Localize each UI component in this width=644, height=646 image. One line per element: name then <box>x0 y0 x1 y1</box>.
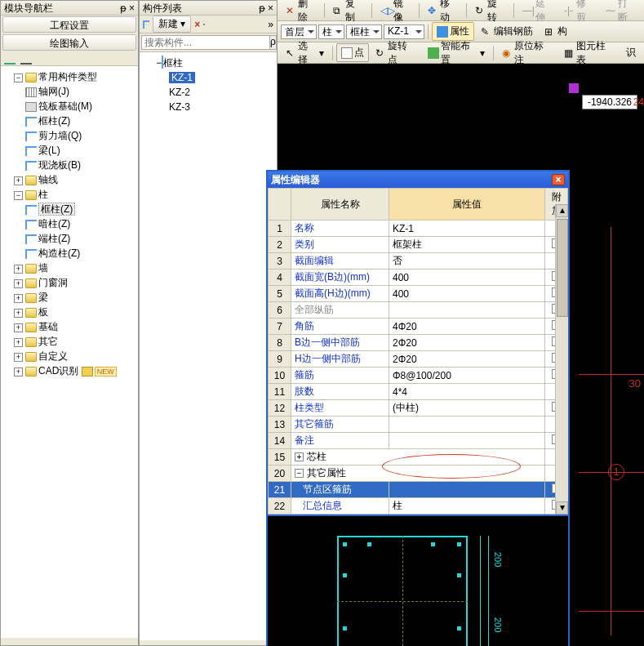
tree-item[interactable]: 暗柱(Z) <box>38 218 70 229</box>
tree-item[interactable]: 梁(L) <box>38 145 60 156</box>
tree-expander[interactable]: − <box>14 191 23 200</box>
prop-name[interactable]: 柱类型 <box>291 400 389 417</box>
prop-value[interactable]: 4Φ20 <box>389 319 545 335</box>
tree-item[interactable]: 轴网(J) <box>38 86 69 97</box>
prop-value[interactable]: 2Φ20 <box>389 351 545 368</box>
tree-expander[interactable]: + <box>14 323 23 332</box>
expand-icon[interactable]: + <box>295 452 304 461</box>
prop-value[interactable]: 框架柱 <box>389 237 545 253</box>
prop-value[interactable]: 2Φ20 <box>389 335 545 351</box>
prop-name[interactable]: 类别 <box>291 237 389 253</box>
point-button[interactable]: 点 <box>336 43 369 62</box>
tree-expander[interactable]: + <box>14 368 23 376</box>
tree-group[interactable]: 基础 <box>38 321 58 332</box>
close-icon[interactable]: × <box>268 2 273 14</box>
tree-group[interactable]: 梁 <box>38 292 48 303</box>
prop-name[interactable]: 截面编辑 <box>291 253 389 270</box>
column-icon <box>25 234 37 244</box>
prop-name[interactable]: 截面高(H边)(mm) <box>291 286 389 302</box>
prop-name[interactable]: 角筋 <box>291 319 389 335</box>
group-row[interactable]: −其它属性 <box>291 466 545 482</box>
pin-icon[interactable]: ᵽ <box>259 2 265 14</box>
tree-item[interactable]: 剪力墙(Q) <box>38 130 82 141</box>
prop-name[interactable]: 汇总信息 <box>291 498 389 515</box>
scroll-down-icon[interactable]: ▾ <box>556 501 568 515</box>
prop-value[interactable]: 4*4 <box>389 384 545 400</box>
tree-item[interactable]: 筏板基础(M) <box>38 100 92 112</box>
expand-icon[interactable] <box>4 53 16 65</box>
tab-draw-input[interactable]: 绘图输入 <box>2 34 136 51</box>
tab-project-settings[interactable]: 工程设置 <box>2 16 136 33</box>
prop-value[interactable]: Φ8@100/200 <box>389 368 545 384</box>
tree-item[interactable]: 构造柱(Z) <box>38 247 80 259</box>
prop-value[interactable] <box>389 417 545 433</box>
tree-expander[interactable]: + <box>14 338 23 347</box>
trim-icon: -|- <box>564 5 575 16</box>
filter-icon[interactable] <box>203 24 205 25</box>
tree-item[interactable]: 现浇板(B) <box>38 159 81 171</box>
prop-value[interactable]: KZ-1 <box>389 221 545 237</box>
close-icon[interactable]: × <box>129 2 135 14</box>
list-item[interactable]: KZ-2 <box>169 87 190 98</box>
tree-group[interactable]: 墙 <box>38 262 48 274</box>
tree-group[interactable]: 板 <box>38 306 48 318</box>
tree-expander[interactable]: + <box>14 294 23 303</box>
scroll-up-icon[interactable]: ▴ <box>556 204 568 217</box>
tree-group[interactable]: 轴线 <box>38 174 58 185</box>
tree-expander[interactable]: + <box>14 309 23 318</box>
prop-value[interactable]: 400 <box>389 286 545 302</box>
prop-name[interactable]: 全部纵筋 <box>291 302 389 319</box>
scroll-thumb[interactable] <box>557 219 568 317</box>
tree-group-column[interactable]: 柱 <box>38 189 48 200</box>
prop-value[interactable]: 400 <box>389 270 545 286</box>
prop-value[interactable] <box>389 482 545 498</box>
prop-value[interactable]: 否 <box>389 253 545 270</box>
prop-name[interactable]: 节点区箍筋 <box>291 482 389 498</box>
close-icon[interactable]: × <box>552 174 565 185</box>
collapse-icon[interactable]: − <box>295 469 304 478</box>
tree-expander[interactable]: + <box>14 176 23 185</box>
tree-expander[interactable]: − <box>156 57 162 69</box>
list-item[interactable]: KZ-3 <box>169 101 190 113</box>
tree-expander[interactable]: + <box>14 353 23 362</box>
col-name[interactable]: 属性名称 <box>291 189 389 221</box>
new-button[interactable]: 新建 ▾ <box>153 16 191 33</box>
tree-expander[interactable]: + <box>14 265 23 274</box>
prop-value[interactable] <box>389 433 545 449</box>
delete-icon[interactable]: × <box>194 19 200 30</box>
search-input[interactable] <box>141 35 270 50</box>
dialog-titlebar[interactable]: 属性编辑器 × <box>268 172 568 188</box>
scrollbar[interactable]: ▴ ▾ <box>555 204 568 515</box>
tree-group-cad[interactable]: CAD识别 <box>38 365 78 376</box>
col-value[interactable]: 属性值 <box>389 189 545 221</box>
copy-icon: ⧉ <box>333 5 344 16</box>
prop-value[interactable]: (中柱) <box>389 400 545 417</box>
tree-node-common[interactable]: 常用构件类型 <box>38 71 97 82</box>
tree-group[interactable]: 其它 <box>38 336 58 347</box>
tree-item[interactable]: 框柱(Z) <box>38 115 70 127</box>
tree-group[interactable]: 门窗洞 <box>38 277 68 288</box>
tree-expander[interactable]: − <box>14 74 23 82</box>
prop-name[interactable]: 箍筋 <box>291 368 389 384</box>
search-icon[interactable]: ρ <box>270 35 277 50</box>
pin-icon[interactable]: ᵽ <box>120 2 127 14</box>
tree-item[interactable]: 端柱(Z) <box>38 233 70 244</box>
prop-value[interactable]: 柱 <box>389 498 545 515</box>
list-root[interactable]: 框柱 <box>163 57 183 69</box>
recognize-button[interactable]: 识 <box>621 43 641 62</box>
prop-name[interactable]: 肢数 <box>291 384 389 400</box>
prop-name[interactable]: B边一侧中部筋 <box>291 335 389 351</box>
prop-value[interactable] <box>389 302 545 319</box>
group-row[interactable]: +芯柱 <box>291 449 545 466</box>
prop-name[interactable]: 截面宽(B边)(mm) <box>291 270 389 286</box>
prop-name[interactable]: H边一侧中部筋 <box>291 351 389 368</box>
more-icon[interactable]: » <box>268 19 273 30</box>
list-item-kz1[interactable]: KZ-1 <box>169 72 195 83</box>
prop-name[interactable]: 其它箍筋 <box>291 417 389 433</box>
prop-name[interactable]: 名称 <box>291 221 389 237</box>
tree-item-framecol[interactable]: 框柱(Z) <box>38 203 75 216</box>
tree-group[interactable]: 自定义 <box>38 350 68 362</box>
collapse-icon[interactable] <box>20 53 32 65</box>
prop-name[interactable]: 备注 <box>291 433 389 449</box>
tree-expander[interactable]: + <box>14 279 23 288</box>
